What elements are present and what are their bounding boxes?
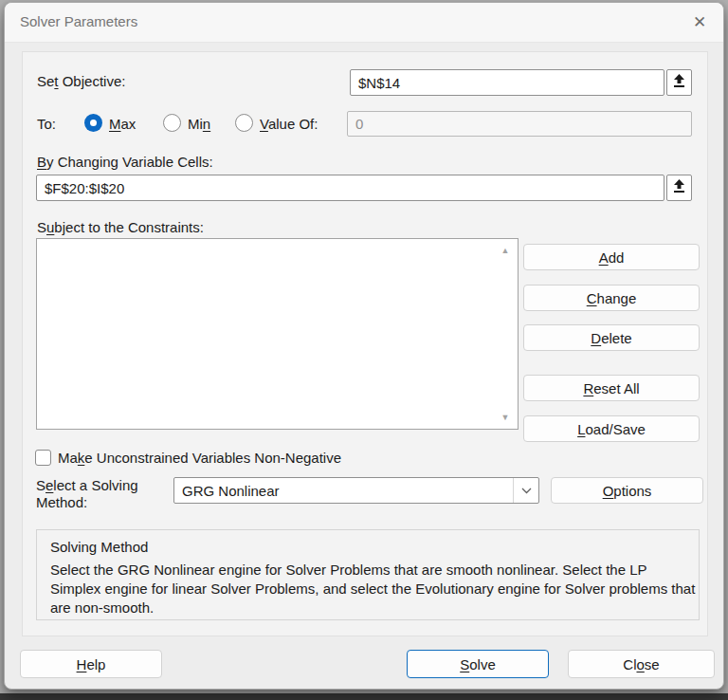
- min-radio-label[interactable]: Min: [188, 116, 210, 132]
- set-objective-label: Set Objective:: [37, 73, 125, 89]
- objective-cell-input[interactable]: $N$14: [350, 69, 664, 96]
- variable-cells-input[interactable]: $F$20:$I$20: [36, 175, 664, 201]
- groupbox-title: Solving Method: [50, 539, 148, 555]
- reset-all-button[interactable]: Reset All: [523, 375, 700, 401]
- min-radio[interactable]: [163, 114, 181, 132]
- variable-cells-label: By Changing Variable Cells:: [37, 154, 213, 170]
- solving-method-dropdown[interactable]: GRG Nonlinear: [173, 477, 539, 504]
- close-button[interactable]: Close: [568, 650, 715, 678]
- value-of-input: 0: [347, 111, 692, 137]
- collapse-dialog-icon: [673, 179, 685, 197]
- non-negative-checkbox[interactable]: [35, 450, 51, 466]
- close-icon[interactable]: ✕: [683, 8, 716, 36]
- solving-method-label: Select a Solving Method:: [36, 477, 159, 511]
- background-strip: [0, 693, 728, 700]
- delete-button[interactable]: Delete: [523, 324, 700, 351]
- options-button[interactable]: Options: [551, 477, 703, 504]
- max-radio-label[interactable]: Max: [109, 116, 136, 132]
- dropdown-selected-value: GRG Nonlinear: [174, 483, 513, 499]
- help-button[interactable]: Help: [20, 650, 162, 678]
- value-of-radio-label[interactable]: Value Of:: [260, 116, 318, 132]
- non-negative-label[interactable]: Make Unconstrained Variables Non-Negativ…: [58, 450, 341, 466]
- constraints-label: Subject to the Constraints:: [37, 219, 204, 235]
- change-button[interactable]: Change: [523, 285, 700, 311]
- solve-button[interactable]: Solve: [407, 650, 549, 678]
- variable-cells-range-picker-button[interactable]: [666, 175, 692, 201]
- solver-parameters-dialog: Solver Parameters ✕ Set Objective: $N$14…: [4, 2, 724, 690]
- max-radio[interactable]: [84, 114, 102, 132]
- chevron-down-icon[interactable]: [513, 478, 538, 503]
- collapse-dialog-icon: [673, 74, 685, 92]
- scroll-up-icon[interactable]: ▲: [499, 245, 512, 256]
- radio-dot: [90, 120, 97, 126]
- add-button[interactable]: Add: [523, 244, 700, 270]
- to-label: To:: [37, 116, 56, 132]
- scroll-down-icon[interactable]: ▼: [499, 412, 512, 423]
- objective-range-picker-button[interactable]: [666, 69, 692, 96]
- load-save-button[interactable]: Load/Save: [523, 415, 700, 442]
- solving-method-description: Select the GRG Nonlinear engine for Solv…: [50, 561, 699, 617]
- dialog-title: Solver Parameters: [20, 13, 137, 29]
- constraints-listbox[interactable]: ▲ ▼: [36, 238, 519, 430]
- title-bar[interactable]: Solver Parameters ✕: [5, 3, 723, 43]
- value-of-radio[interactable]: [235, 114, 253, 132]
